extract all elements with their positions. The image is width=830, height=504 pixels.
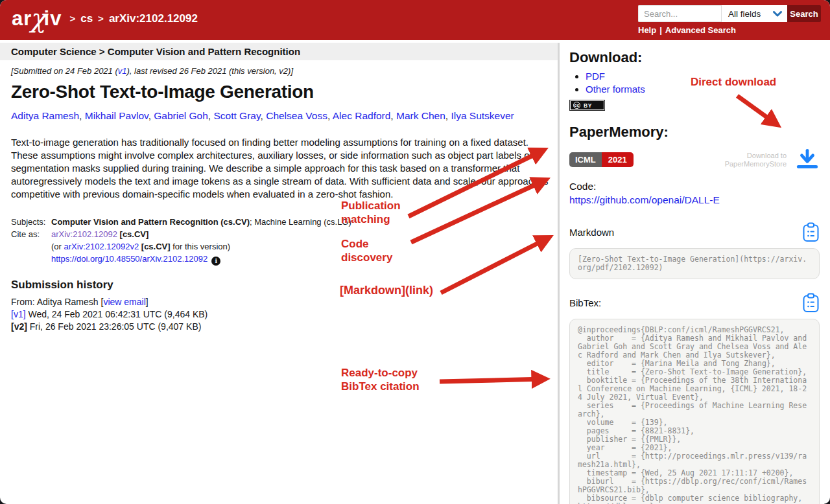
info-icon[interactable]: i — [211, 257, 220, 266]
bibtex-label: BibTex: — [569, 297, 601, 308]
arxiv-header: arχiv > cs > arXiv:2102.12092 All fields… — [0, 0, 830, 40]
version-1-link[interactable]: [v1] — [11, 309, 26, 319]
venue-name: ICML — [569, 152, 602, 167]
cite-arxiv-link[interactable]: arXiv:2102.12092 — [51, 229, 117, 239]
breadcrumb-separator: > — [69, 13, 75, 24]
download-icon[interactable] — [795, 148, 820, 171]
help-divider: | — [659, 25, 662, 35]
papermemory-heading: PaperMemory: — [569, 124, 820, 141]
cite-as-label: Cite as: — [11, 229, 51, 239]
list-item: Other formats — [586, 84, 820, 95]
markdown-label: Markdown — [569, 227, 614, 238]
clipboard-copy-icon[interactable] — [802, 293, 820, 313]
sidebar: Download: PDF Other formats cc BY PaperM… — [560, 40, 830, 504]
author-list: Aditya RameshMikhail PavlovGabriel GohSc… — [11, 109, 549, 122]
chevron-down-icon — [773, 11, 782, 17]
page-title: Zero-Shot Text-to-Image Generation — [11, 82, 549, 102]
paper-main-column: Computer Science > Computer Vision and P… — [0, 40, 558, 504]
cite-category-tag: [cs.CV] — [120, 229, 149, 239]
clipboard-copy-icon[interactable] — [802, 222, 820, 242]
abstract-text: Text-to-image generation has traditional… — [11, 136, 551, 201]
author-link[interactable]: Aditya Ramesh — [11, 110, 85, 121]
code-label: Code: — [569, 181, 820, 192]
bibtex-citation-box[interactable]: @inproceedings{DBLP:conf/icml/RameshPGGV… — [569, 319, 820, 504]
submission-history-heading: Submission history — [11, 279, 549, 292]
subject-breadcrumb[interactable]: Computer Science > Computer Vision and P… — [0, 43, 558, 60]
search-scope-select[interactable]: All fields — [721, 5, 787, 22]
pdf-link[interactable]: PDF — [586, 71, 605, 82]
author-link[interactable]: Mark Chen — [396, 110, 451, 121]
submission-line: [Submitted on 24 Feb 2021 (v1), last rev… — [11, 66, 549, 76]
breadcrumb-cs-link[interactable]: cs — [80, 12, 93, 25]
download-heading: Download: — [569, 49, 820, 66]
v1-link[interactable]: v1 — [118, 66, 127, 76]
breadcrumb-separator: > — [98, 13, 104, 24]
search-button[interactable]: Search — [787, 5, 821, 22]
secondary-subject: ; Machine Learning (cs.LG) — [250, 217, 351, 227]
view-email-link[interactable]: view email — [103, 297, 145, 307]
subjects-label: Subjects: — [11, 217, 51, 227]
primary-subject: Computer Vision and Pattern Recognition … — [51, 217, 250, 227]
help-link[interactable]: Help — [638, 25, 656, 35]
store-note: Download to PaperMemoryStore — [725, 152, 787, 168]
cc-by-license-badge[interactable]: cc BY — [569, 100, 605, 111]
advanced-search-link[interactable]: Advanced Search — [665, 25, 736, 35]
arxiv-logo[interactable]: arχiv — [12, 6, 62, 30]
other-formats-link[interactable]: Other formats — [586, 84, 645, 95]
search-input[interactable] — [638, 5, 721, 22]
submission-history: Submission history From: Aditya Ramesh [… — [11, 279, 549, 333]
author-link[interactable]: Mikhail Pavlov — [85, 110, 154, 121]
list-item: PDF — [586, 71, 820, 82]
venue-year: 2021 — [602, 152, 634, 167]
markdown-citation-box[interactable]: [Zero-Shot Text-to-Image Generation](htt… — [569, 248, 820, 279]
arxiv-paper-page: arχiv > cs > arXiv:2102.12092 All fields… — [0, 0, 830, 504]
cc-icon: cc — [573, 102, 580, 109]
version-2-tag: [v2] — [11, 321, 27, 332]
cite-version-tag: [cs.CV] — [141, 242, 171, 251]
breadcrumb-paper-id: arXiv:2102.12092 — [109, 12, 198, 25]
venue-badge: ICML 2021 — [569, 152, 634, 167]
author-link[interactable]: Chelsea Voss — [266, 110, 333, 121]
author-link[interactable]: Gabriel Goh — [154, 110, 213, 121]
chi-glyph: χ — [30, 8, 45, 28]
cite-version-link[interactable]: arXiv:2102.12092v2 — [64, 242, 139, 251]
doi-link[interactable]: https://doi.org/10.48550/arXiv.2102.1209… — [51, 254, 208, 264]
author-link[interactable]: Ilya Sutskever — [451, 110, 514, 121]
paper-metadata: Subjects: Computer Vision and Pattern Re… — [11, 217, 549, 266]
author-link[interactable]: Scott Gray — [213, 110, 266, 121]
author-link[interactable]: Alec Radford — [333, 110, 396, 121]
code-repo-link[interactable]: https://github.com/openai/DALL-E — [569, 194, 720, 205]
